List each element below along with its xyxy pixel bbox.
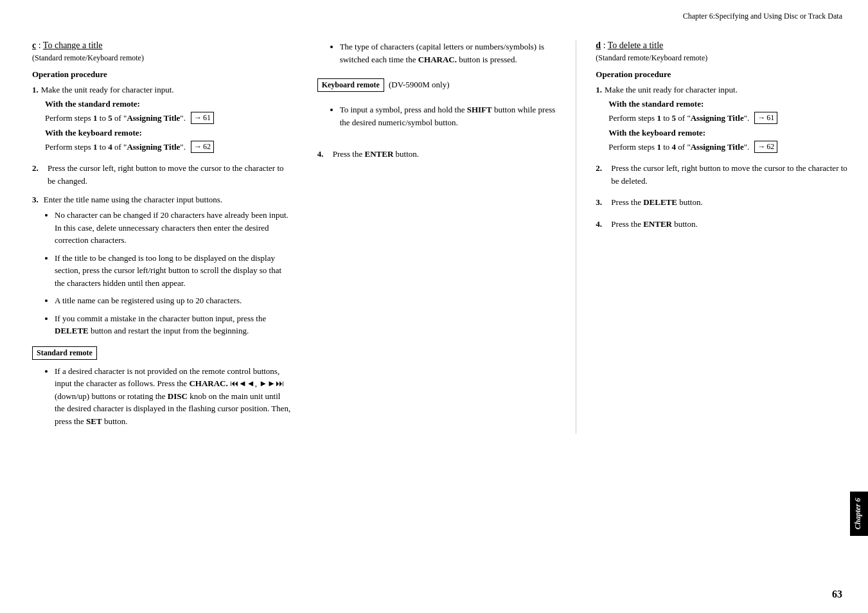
middle-step4: 4. Press the ENTER button. (317, 148, 563, 161)
section-c-title-text: To change a title (43, 40, 103, 50)
keyboard-only: (DV-5900M only) (389, 80, 450, 89)
section-c-op-header: Operation procedure (32, 69, 292, 80)
section-d-step4: 4. Press the ENTER button. (596, 218, 849, 231)
section-d-step1: 1. Make the unit ready for character inp… (596, 85, 849, 153)
step-line-keyboard: Perform steps 1 to 4 of "Assigning Title… (45, 141, 292, 153)
header-text: Chapter 6:Specifying and Using Disc or T… (683, 12, 842, 21)
standard-remote-bullets: If a desired character is not provided o… (32, 365, 292, 428)
step3-bullets: No character can be changed if 20 charac… (32, 209, 292, 337)
section-d-op-header: Operation procedure (596, 69, 849, 80)
section-c-subtitle: (Standard remote/Keyboard remote) (32, 53, 292, 63)
page-ref-62b: →62 (754, 141, 777, 153)
bullet-item: A title name can be registered using up … (55, 294, 292, 307)
section-d-subtitle: (Standard remote/Keyboard remote) (596, 53, 849, 63)
sub-header-keyboard: With the keyboard remote: (45, 128, 292, 138)
page-number: 63 (832, 589, 842, 600)
section-middle: The type of characters (capital letters … (305, 40, 577, 434)
sub-header-d-keyboard: With the keyboard remote: (608, 128, 849, 138)
step1-text: Make the unit ready for character input. (41, 85, 292, 95)
sub-header-standard: With the standard remote: (45, 99, 292, 109)
section-d: d : To delete a title (Standard remote/K… (576, 40, 849, 434)
bullet-item: If you commit a mistake in the character… (55, 312, 292, 337)
keyboard-bullets: To input a symbol, press and hold the SH… (317, 103, 563, 129)
section-c-step2: 2. Press the cursor left, right button t… (32, 162, 292, 187)
page-ref-61b: →61 (754, 112, 777, 124)
chapter-tab: Chapter 6 (850, 492, 868, 536)
middle-bullet1: The type of characters (capital letters … (317, 40, 563, 66)
section-d-step2: 2. Press the cursor left, right button t… (596, 162, 849, 187)
bullet-item: To input a symbol, press and hold the SH… (340, 103, 563, 129)
section-d-title-text: To delete a title (608, 40, 663, 50)
keyboard-box: Keyboard remote (317, 78, 384, 92)
keyboard-section: Keyboard remote (DV-5900M only) To input… (317, 78, 563, 129)
step1-num: 1. (32, 85, 39, 95)
standard-remote-box: Standard remote (32, 346, 97, 360)
bullet-item: If a desired character is not provided o… (55, 365, 292, 428)
section-c: c : To change a title (Standard remote/K… (32, 40, 305, 434)
bullet-item: The type of characters (capital letters … (340, 40, 563, 66)
page-ref-62a: →62 (191, 141, 214, 153)
standard-remote-section: Standard remote If a desired character i… (32, 346, 292, 428)
bullet-item: No character can be changed if 20 charac… (55, 209, 292, 247)
section-d-title: d : To delete a title (596, 40, 849, 51)
bullet-item: If the title to be changed is too long t… (55, 252, 292, 290)
section-c-step1: 1. Make the unit ready for character inp… (32, 85, 292, 153)
step-line-standard: Perform steps 1 to 5 of "Assigning Title… (45, 112, 292, 124)
section-c-letter: c (32, 40, 36, 50)
section-d-letter: d (596, 40, 601, 50)
section-c-step3: 3. Enter the title name using the charac… (32, 195, 292, 337)
page-ref-61a: →61 (191, 112, 214, 124)
section-c-title: c : To change a title (32, 40, 292, 51)
page-header: Chapter 6:Specifying and Using Disc or T… (0, 0, 868, 28)
sub-header-d-standard: With the standard remote: (608, 99, 849, 109)
section-d-step3: 3. Press the DELETE button. (596, 196, 849, 209)
